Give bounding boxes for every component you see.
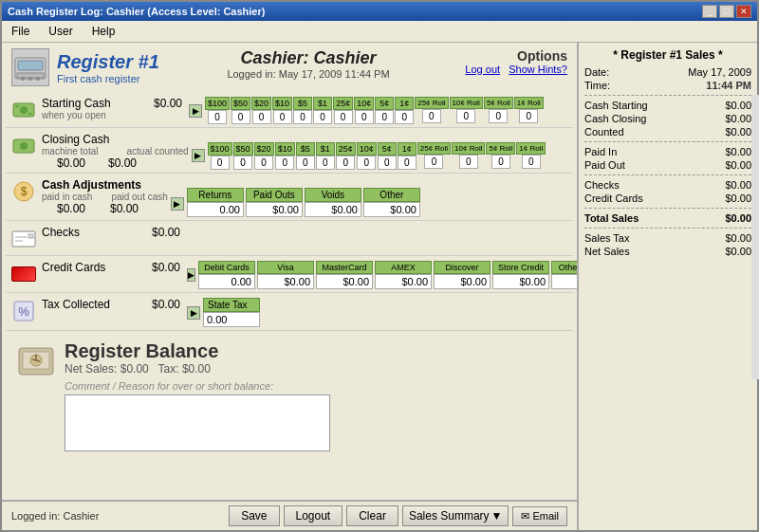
tax-label-bal: Tax: [158,362,179,376]
cc-1c[interactable] [398,156,417,170]
show-hints-link[interactable]: Show Hints? [509,64,567,75]
starting-cash-label: Starting Cash [42,97,137,110]
sc-50[interactable] [231,110,250,124]
paidouts-header: Paid Outs [246,188,303,202]
other-card-input[interactable] [551,274,577,289]
cc-1[interactable] [316,156,335,170]
credit-cards-row: Credit Cards $0.00 ▶ Debit Cards Visa [6,258,573,293]
machine-total-label: machine total [42,146,98,156]
adj-expand[interactable]: ▶ [171,197,184,211]
svg-rect-8 [15,105,19,107]
debit-input[interactable] [198,274,255,289]
dropdown-arrow-icon: ▼ [491,509,503,523]
closing-machine-amount: $0.00 [42,156,85,170]
sc-1[interactable] [313,110,332,124]
scrollbar[interactable] [751,95,757,379]
email-label: Email [532,510,559,522]
sc-5c[interactable] [375,110,394,124]
comment-label: Comment / Reason for over or short balan… [65,380,330,392]
closing-cash-label: Closing Cash [42,133,189,146]
sc-25r[interactable] [422,109,441,123]
discover-input[interactable] [434,274,491,289]
rp-net-sales: Net Sales $0.00 [584,245,751,258]
sc-10c[interactable] [355,110,374,124]
cc-expand[interactable]: ▶ [187,268,195,282]
starting-cash-expand[interactable]: ▶ [189,104,202,118]
email-button[interactable]: ✉ Email [512,506,567,526]
closing-cash-icon [9,133,38,159]
sc-1c[interactable] [395,110,414,124]
date-label: Date: [584,66,609,78]
cc-50[interactable] [233,156,252,170]
cc-5r[interactable] [491,155,510,169]
logout-button[interactable]: Logout [284,505,343,526]
right-panel: * Register #1 Sales * Date: May 17, 2009… [577,43,757,530]
cc-5c[interactable] [378,156,397,170]
logout-link[interactable]: Log out [465,64,500,75]
sc-10r[interactable] [456,109,475,123]
paidouts-input[interactable] [246,202,303,217]
cc-20[interactable] [254,156,273,170]
clear-button[interactable]: Clear [346,505,398,526]
register-balance-section: Register Balance Net Sales: $0.00 Tax: $… [6,333,573,462]
checks-amount: $0.00 [137,226,180,239]
sc-25c[interactable] [334,110,353,124]
email-icon: ✉ [521,510,529,523]
tax-expand[interactable]: ▶ [187,306,200,320]
cc-25r[interactable] [424,155,443,169]
svg-point-3 [21,77,25,81]
store-credit-input[interactable] [492,274,549,289]
sc-20[interactable] [252,110,271,124]
rp-credit-cards: Credit Cards $0.00 [584,192,751,205]
actual-counted-label: actual counted [126,146,188,156]
visa-input[interactable] [257,274,314,289]
sales-summary-label: Sales Summary [409,509,490,523]
voids-header: Voids [305,188,361,202]
cc-10[interactable] [275,156,294,170]
save-button[interactable]: Save [229,505,279,526]
closing-cash-expand[interactable]: ▶ [192,149,205,162]
cc-25c[interactable] [336,156,355,170]
options-area: Options Log out Show Hints? [454,48,567,75]
close-button[interactable]: ✕ [736,5,751,18]
maximize-button[interactable]: □ [719,5,734,18]
other-card-header: Other Card [551,261,577,274]
state-tax-input[interactable] [203,312,260,327]
amex-input[interactable] [375,274,432,289]
svg-point-7 [20,106,28,114]
sc-100[interactable] [208,110,227,124]
starting-cash-sub: when you open [42,110,137,120]
balance-icon [15,340,57,385]
comment-textarea[interactable] [65,394,330,451]
rp-sales-tax: Sales Tax $0.00 [584,231,751,245]
help-menu[interactable]: Help [86,23,121,40]
tax-breakdown: State Tax [203,298,260,327]
sales-summary-button[interactable]: Sales Summary ▼ [402,505,509,526]
cc-10c[interactable] [357,156,376,170]
cc-10r[interactable] [459,155,478,169]
options-links: Log out Show Hints? [454,64,567,75]
cc-100[interactable] [211,156,230,170]
cashier-info: Cashier: Cashier Logged in: May 17, 2009… [163,48,454,80]
mc-input[interactable] [316,274,373,289]
sc-10[interactable] [273,110,292,124]
time-label: Time: [584,80,610,91]
other-input[interactable] [363,202,420,217]
sc-5r[interactable] [489,109,508,123]
sc-1r[interactable] [519,109,538,123]
tax-amount: $0.00 [137,298,180,311]
minimize-button[interactable]: _ [702,5,717,18]
user-menu[interactable]: User [43,23,78,40]
visa-header: Visa [257,261,314,274]
sc-5[interactable] [293,110,312,124]
svg-rect-9 [28,113,32,115]
voids-input[interactable] [305,202,361,217]
cc-5[interactable] [296,156,315,170]
window-controls: _ □ ✕ [702,5,751,18]
balance-title: Register Balance [65,340,330,362]
cc-table: Debit Cards Visa MasterCard AMEX [198,261,577,289]
file-menu[interactable]: File [6,23,35,40]
returns-input[interactable] [187,202,244,217]
tax-collected-row: % Tax Collected $0.00 ▶ State Tax [6,295,573,331]
cc-1r[interactable] [522,155,541,169]
